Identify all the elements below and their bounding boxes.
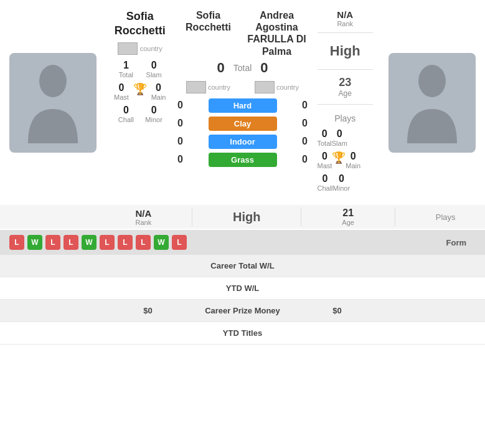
form-badges: LWLLWLLLWL [9, 235, 187, 250]
player2-total-label: Total [318, 140, 332, 147]
center-panel: Sofia Rocchetti Andrea Agostina FARULLA … [174, 6, 311, 199]
player1-stat-boxes: N/A Rank High 21 Age Plays [115, 207, 476, 226]
hard-left-score: 0 [174, 100, 187, 111]
grass-row: 0 Grass 0 [174, 153, 311, 167]
player1-stats-row1: 1 Total 0 Slam [112, 60, 168, 79]
player1-total-label: Total [112, 71, 140, 79]
player2-mast-value: 0 [318, 151, 332, 162]
form-badge-3: L [64, 235, 78, 250]
center-p1-name: Sofia Rocchetti [174, 9, 243, 33]
left-player-stats-bar: N/A Rank High 21 Age Plays [0, 205, 485, 229]
player1-trophy: 🏆 [131, 82, 149, 101]
career-left-2: $0 [9, 306, 171, 315]
player1-trophy-icon: 🏆 [131, 82, 149, 96]
hard-right-score: 0 [299, 100, 311, 111]
player2-chall-value: 0 [318, 173, 333, 184]
player2-minor-label: Minor [333, 184, 351, 192]
player1-silhouette [22, 62, 84, 143]
indoor-row: 0 Indoor 0 [174, 135, 311, 149]
p1-rank-val: N/A [135, 208, 151, 219]
player1-minor-value: 0 [140, 105, 168, 116]
form-badge-8: W [154, 235, 169, 250]
form-section: LWLLWLLLWL Form [0, 230, 485, 255]
player2-stats-row2: 0 Mast 🏆 0 Main [318, 151, 361, 169]
player1-name: Sofia Rocchetti [112, 9, 168, 39]
p1-age-val: 21 [342, 207, 354, 219]
career-center-3: YTD Titles [171, 328, 314, 338]
player2-minor-cell: 0 Minor [333, 173, 351, 192]
player1-mast-label: Mast [112, 93, 131, 101]
p1-divider1 [192, 207, 192, 226]
total-label: Total [233, 63, 252, 73]
player1-mast-value: 0 [112, 82, 131, 93]
player1-mast-cell: 0 Mast [112, 82, 131, 101]
player2-age-value: 23 [318, 76, 374, 89]
player1-main-value: 0 [149, 82, 168, 93]
p1-age-box: 21 Age [342, 207, 354, 226]
form-badge-4: W [82, 235, 97, 250]
player1-stats-row3: 0 Chall 0 Minor [112, 105, 168, 123]
grass-left-score: 0 [174, 154, 187, 165]
p1-plays-val: Plays [436, 212, 456, 222]
player1-slam-value: 0 [140, 60, 168, 71]
player2-minor-value: 0 [333, 173, 351, 184]
player2-chall-cell: 0 Chall [318, 173, 333, 192]
center-p2-flag [255, 81, 275, 93]
grass-right-score: 0 [299, 154, 311, 165]
player1-minor-cell: 0 Minor [140, 105, 168, 123]
center-p1-country: country [208, 83, 230, 91]
player1-photo [0, 6, 106, 199]
form-badge-1: W [27, 235, 42, 250]
p1-rank-lbl: Rank [135, 219, 151, 226]
career-row-0: Career Total W/L [0, 255, 485, 277]
form-badge-6: L [118, 235, 133, 250]
player1-chall-label: Chall [112, 116, 140, 123]
player2-photo [379, 6, 485, 199]
career-rows-container: Career Total W/L YTD W/L $0 Career Prize… [0, 255, 485, 345]
main-container: Sofia Rocchetti country 1 Total 0 Slam 0… [0, 0, 485, 345]
form-badge-0: L [9, 235, 24, 250]
player2-stats-row1: 0 Total 0 Slam [318, 128, 347, 147]
player2-main-label: Main [346, 162, 360, 169]
p1-divider3 [395, 207, 395, 226]
career-row-1: YTD W/L [0, 277, 485, 300]
player1-chall-cell: 0 Chall [112, 105, 140, 123]
player1-country-text: country [140, 45, 162, 52]
player1-country: country [112, 42, 168, 55]
career-right-2: $0 [314, 306, 476, 315]
player2-total-cell: 0 Total [318, 128, 332, 147]
player2-slam-label: Slam [332, 140, 347, 147]
player1-flag [118, 42, 138, 55]
player1-total-value: 1 [112, 60, 140, 71]
clay-right-score: 0 [299, 118, 311, 129]
p1-divider2 [301, 207, 301, 226]
clay-row: 0 Clay 0 [174, 117, 311, 131]
player2-rank-label: Rank [318, 20, 374, 27]
player1-info: Sofia Rocchetti country 1 Total 0 Slam 0… [106, 6, 174, 199]
player2-slam-cell: 0 Slam [332, 128, 347, 147]
career-row-3: YTD Titles [0, 322, 485, 345]
player2-rank-value: N/A [318, 9, 374, 20]
p1-rank-box: N/A Rank [135, 208, 151, 226]
clay-badge: Clay [209, 117, 277, 131]
player2-stats-row3: 0 Chall 0 Minor [318, 173, 351, 192]
form-badge-5: L [100, 235, 115, 250]
player2-info: N/A Rank High 23 Age Plays 0 [311, 6, 380, 199]
center-p1-flag [186, 81, 206, 93]
total-left-score: 0 [215, 60, 227, 76]
player1-main-label: Main [149, 93, 168, 101]
player2-trophy: 🏆 [332, 151, 346, 169]
player2-mast-label: Mast [318, 162, 332, 169]
center-p2-name: Andrea Agostina FARULLA DI Palma [243, 9, 311, 57]
p1-plays-box: Plays [436, 212, 456, 222]
hard-row: 0 Hard 0 [174, 98, 311, 113]
player1-stats-row2: 0 Mast 🏆 0 Main [112, 82, 168, 101]
player1-minor-label: Minor [140, 116, 168, 123]
p1-high-val: High [233, 210, 260, 224]
player1-slam-cell: 0 Slam [140, 60, 168, 79]
p1-age-lbl: Age [342, 219, 354, 226]
player2-slam-value: 0 [332, 128, 347, 140]
form-badge-9: L [172, 235, 187, 250]
player2-total-value: 0 [318, 128, 332, 140]
player2-plays-label: Plays [318, 113, 374, 123]
